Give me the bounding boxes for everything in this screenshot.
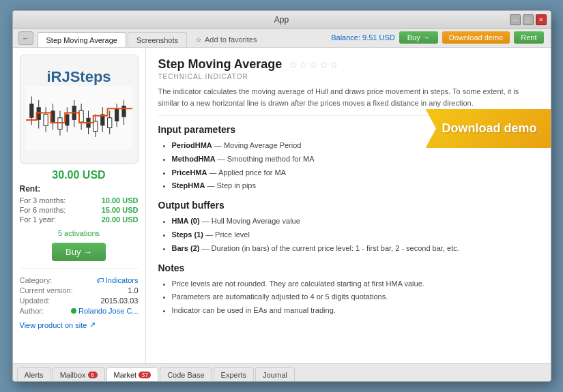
bottom-tab-mailbox[interactable]: Mailbox 6 [53,367,105,381]
tab-screenshots[interactable]: Screenshots [128,32,187,47]
balance-display: Balance: 9.51 USD [331,33,395,42]
rent-heading: Rent: [20,184,139,194]
svg-rect-6 [44,115,48,126]
rent-period-3m: For 3 months: [20,196,66,205]
output-buffers-title: Output buffers [158,200,538,211]
rent-period-1y: For 1 year: [20,215,56,224]
star-5[interactable]: ☆ [330,59,338,70]
notes-title: Notes [158,262,538,273]
rent-row-6months: For 6 months: 15.00 USD [20,206,139,214]
indicators-icon: 🏷 [96,276,104,284]
window-controls: ─ □ ✕ [510,14,547,25]
bottom-tab-experts[interactable]: Experts [214,367,254,381]
minimize-button[interactable]: ─ [510,14,521,25]
right-panel: Step Moving Average ☆ ☆ ☆ ☆ ☆ TECHNICAL … [146,48,551,363]
star-3[interactable]: ☆ [309,59,318,70]
maximize-button[interactable]: □ [523,14,534,25]
back-button[interactable]: ← [18,31,33,45]
bottom-tab-journal[interactable]: Journal [255,367,295,381]
buy-button-top[interactable]: Buy → [399,31,438,44]
price-tag: 30.00 USD [20,169,139,181]
activations-count[interactable]: 5 activations [20,229,139,237]
rent-price-1y: 20.00 USD [102,215,139,224]
chart-svg [26,86,132,150]
view-product-link[interactable]: View product on site ↗ [20,320,139,329]
list-item: Parameters are automatically adjusted to… [172,290,538,304]
author-verified-icon [71,308,76,314]
balance-area: Balance: 9.51 USD Buy → Download demo Re… [331,31,543,44]
main-content: iRJSteps [13,48,551,363]
product-title: Step Moving Average [158,57,283,72]
download-demo-button-top[interactable]: Download demo [442,31,510,44]
category-label: Category: [20,276,53,284]
list-item: Steps (1) — Price level [172,228,538,242]
rent-price-3m: 10.00 USD [102,196,139,205]
logo-text: iRJSteps [46,68,111,86]
notes-list: Price levels are not rounded. They are c… [158,277,538,318]
rent-row-3months: For 3 months: 10.00 USD [20,196,139,205]
star-rating: ☆ ☆ ☆ ☆ ☆ [289,59,338,70]
author-value[interactable]: Rolando Jose C... [71,307,138,315]
external-link-icon: ↗ [89,320,96,329]
window-title: App [274,15,289,25]
app-window: App ─ □ ✕ ← Step Moving Average Screensh… [12,10,551,382]
bottom-tab-alerts[interactable]: Alerts [17,367,51,381]
rent-price-6m: 15.00 USD [102,206,139,214]
list-item: Indicator can be used in EAs and manual … [172,304,538,318]
svg-rect-28 [121,106,126,117]
product-title-row: Step Moving Average ☆ ☆ ☆ ☆ ☆ [158,57,538,72]
close-button[interactable]: ✕ [536,14,547,25]
tab-step-moving-average[interactable]: Step Moving Average [38,32,126,47]
rent-section: Rent: For 3 months: 10.00 USD For 6 mont… [20,184,139,224]
meta-version: Current version: 1.0 [20,286,139,295]
download-demo-banner[interactable]: Download demo [426,109,551,148]
product-subtitle: TECHNICAL INDICATOR [158,73,538,80]
rent-period-6m: For 6 months: [20,206,66,214]
meta-updated: Updated: 2015.03.03 [20,297,139,305]
bottom-tabbar: Alerts Mailbox 6 Market 37 Code Base Exp… [13,363,551,381]
list-item: MethodHMA — Smoothing method for MA [172,153,538,166]
left-panel: iRJSteps [13,48,146,363]
product-logo: iRJSteps [20,55,139,164]
list-item: Bars (2) — Duration (in bars) of the cur… [172,242,538,256]
meta-author: Author: Rolando Jose C... [20,307,139,315]
bottom-tab-codebase[interactable]: Code Base [160,367,212,381]
rent-button-top[interactable]: Rent [514,31,543,44]
star-2[interactable]: ☆ [299,59,308,70]
svg-rect-26 [114,108,118,121]
list-item: Price levels are not rounded. They are c… [172,277,538,291]
svg-rect-2 [29,104,33,118]
buy-big-button[interactable]: Buy → [52,243,106,261]
titlebar: App ─ □ ✕ [13,11,551,29]
updated-value: 2015.03.03 [100,297,138,305]
list-item: HMA (0) — Hull Moving Average value [172,215,538,228]
output-buffers-list: HMA (0) — Hull Moving Average value Step… [158,215,538,255]
bottom-tab-market[interactable]: Market 37 [106,367,159,381]
tabbar: ← Step Moving Average Screenshots ☆ Add … [13,29,551,48]
meta-category: Category: 🏷 Indicators [20,276,139,284]
version-label: Current version: [20,286,73,295]
updated-label: Updated: [20,297,50,305]
rent-row-1year: For 1 year: 20.00 USD [20,215,139,224]
meta-table: Category: 🏷 Indicators Current version: … [20,268,139,315]
market-badge: 37 [139,372,151,378]
version-value: 1.0 [128,286,138,295]
star-4[interactable]: ☆ [319,59,328,70]
svg-rect-24 [107,118,111,128]
star-1[interactable]: ☆ [289,59,298,70]
tab-favorites[interactable]: ☆ Add to favorites [188,32,263,47]
category-value[interactable]: 🏷 Indicators [96,276,139,284]
author-label: Author: [20,307,44,315]
list-item: PriceHMA — Applied price for MA [172,166,538,180]
mailbox-badge: 6 [88,372,98,378]
star-icon: ☆ [195,35,202,44]
list-item: StepHMA — Step in pips [172,179,538,193]
